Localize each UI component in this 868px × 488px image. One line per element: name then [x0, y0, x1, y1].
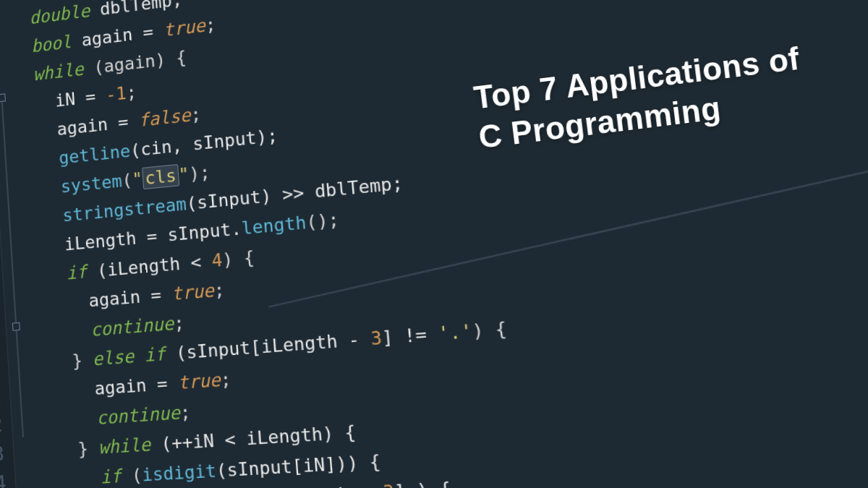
fold-marker-icon[interactable] [0, 93, 6, 102]
code-token-kw: continue [95, 402, 180, 428]
code-token-fn: length [241, 212, 307, 239]
code-token-punct: ( [121, 465, 143, 487]
code-token-fn: system [60, 171, 122, 197]
code-text-area[interactable]: int iLength; double dblTemp; bool again … [7, 0, 524, 488]
code-token-str: cls [142, 164, 179, 189]
code-token-type: bool [31, 32, 72, 56]
line-number: 534 [0, 468, 16, 488]
code-token-punct: ; [173, 312, 185, 334]
code-token-kw: while [33, 59, 84, 85]
code-token-kw: else if [92, 343, 166, 369]
code-token-punct: } [77, 437, 99, 459]
code-token-punct: (); [305, 209, 340, 233]
code-token-var: again = [88, 283, 173, 311]
code-token-var: ] ) { [393, 478, 452, 488]
code-token-punct: ; [179, 401, 192, 423]
code-token-var: (sInput[iN])) { [216, 450, 381, 481]
code-token-bool: false [138, 105, 192, 131]
code-token-punct: ; [190, 103, 202, 125]
code-token-str: '.' [437, 320, 473, 344]
code-token-fn: isdigit [141, 461, 216, 486]
code-token-punct: ) { [472, 317, 508, 341]
code-token-punct: } [72, 349, 93, 371]
line-number: 532 [0, 409, 12, 442]
code-token-type: double [29, 1, 90, 28]
code-token-kw: if [100, 466, 122, 487]
code-token-punct: ) { [221, 247, 255, 270]
code-token-punct: ; [220, 369, 232, 390]
code-token-kw: if [66, 262, 88, 283]
code-token-bool: true [171, 280, 214, 304]
code-token-punct: ; [126, 82, 137, 103]
fold-marker-icon[interactable] [12, 322, 20, 331]
code-token-bool: true [177, 369, 221, 393]
line-number: 533 [0, 439, 14, 471]
code-token-punct: ; [213, 279, 226, 301]
line-number: 531 [0, 380, 11, 413]
line-number: 530 [0, 351, 9, 384]
code-token-bool: true [163, 15, 206, 40]
code-token-kw: while [98, 434, 151, 458]
code-token-var: again = [56, 111, 140, 140]
line-number: 528 [0, 294, 5, 327]
code-token-kw: continue [90, 313, 174, 340]
code-token-var: iN = [54, 85, 106, 111]
code-token-punct: ; [205, 14, 217, 35]
code-token-var: again = [94, 372, 179, 399]
code-token-var: ] != [381, 323, 439, 348]
code-token-punct: ); [188, 162, 210, 184]
code-token-fn: getline [58, 140, 131, 168]
code-token-num: -1 [105, 83, 127, 106]
line-number: 529 [0, 322, 7, 355]
